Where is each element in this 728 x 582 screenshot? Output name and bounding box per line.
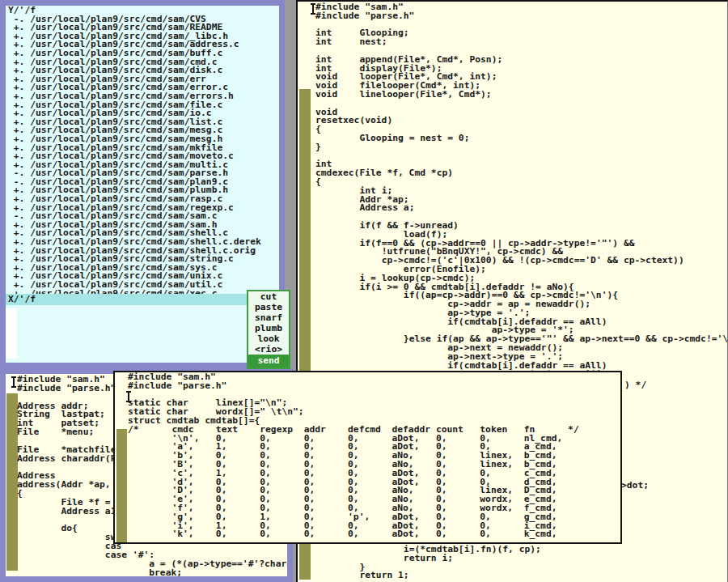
text-cursor (126, 391, 131, 402)
cmdtab-source-text[interactable]: #include "sam.h" #include "parse.h" stat… (128, 373, 579, 539)
selected-command-line[interactable]: X/'/f (6, 294, 279, 305)
xec-source-text[interactable]: #include "sam.h" #include "parse.h" int … (315, 3, 728, 379)
menu-item-rio[interactable]: <rio> (248, 344, 289, 355)
text-cursor (311, 3, 315, 15)
menu-item-cut[interactable]: cut (248, 291, 289, 302)
clipped-line-fragment-comment: ) */ (624, 380, 646, 390)
command-window-text[interactable]: Y/'/f -. /usr/local/plan9/src/cmd/sam/CV… (8, 6, 261, 298)
cmd-window-scrollbar[interactable] (6, 393, 18, 571)
menu-item-paste[interactable]: paste (248, 302, 289, 312)
menu-item-look[interactable]: look (248, 333, 289, 344)
menu-item-snarf[interactable]: snarf (248, 312, 289, 323)
menu-item-plumb[interactable]: plumb (248, 323, 289, 333)
overlay-window-scrollbar[interactable] (116, 429, 127, 542)
clipped-line-fragment-dot: >dot; (621, 480, 649, 491)
xec-source-text-bottom[interactable]: i=(*cmdtab[i].fn)(f, cp); return i; } re… (315, 546, 541, 580)
file-window-cmdtab-overlay[interactable]: #include "sam.h" #include "parse.h" stat… (113, 371, 622, 544)
context-menu: cut paste snarf plumb look <rio> send (247, 290, 290, 369)
sam-command-window[interactable]: Y/'/f -. /usr/local/plan9/src/cmd/sam/CV… (0, 0, 285, 368)
text-cursor (11, 376, 16, 388)
menu-item-send[interactable]: send (248, 355, 289, 367)
command-window-scrollbar[interactable] (6, 308, 17, 359)
sam-desktop: { "app": "sam", "colors": { "desktop_bg"… (0, 0, 728, 582)
